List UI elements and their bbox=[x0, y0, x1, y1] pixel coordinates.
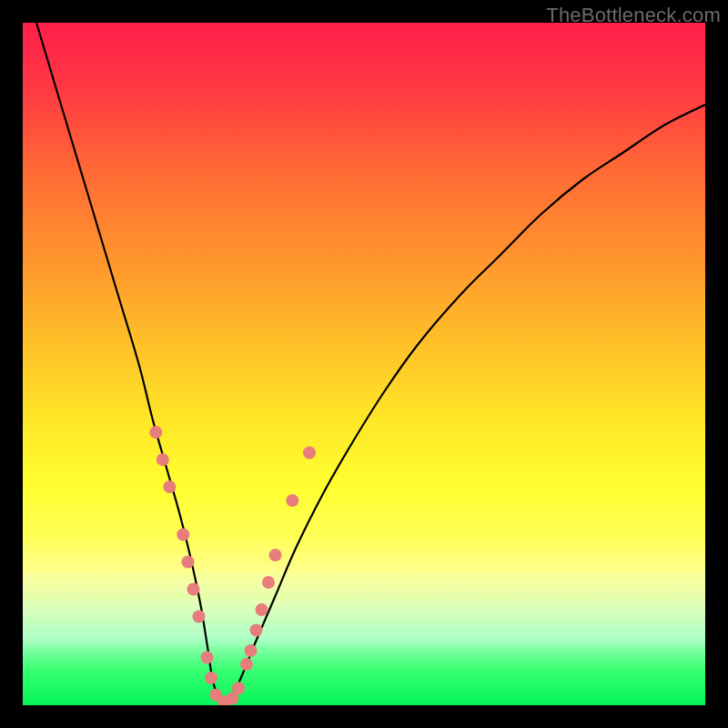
marker-dot bbox=[303, 447, 316, 460]
chart-area bbox=[23, 23, 705, 705]
bands-group bbox=[23, 572, 705, 645]
marker-dot bbox=[182, 556, 195, 569]
marker-dot bbox=[245, 644, 258, 657]
gradient-band bbox=[23, 600, 705, 622]
marker-dot bbox=[201, 652, 214, 664]
marker-dot bbox=[286, 494, 298, 507]
marker-dot bbox=[163, 480, 176, 493]
marker-dot bbox=[149, 426, 162, 439]
marker-dot bbox=[256, 603, 268, 616]
bottleneck-plot bbox=[23, 23, 705, 705]
marker-dot bbox=[157, 453, 169, 466]
marker-dot bbox=[193, 611, 206, 623]
marker-dot bbox=[269, 549, 282, 561]
marker-dot bbox=[187, 583, 200, 596]
marker-dot bbox=[205, 672, 217, 684]
marker-dot bbox=[232, 682, 245, 694]
markers-group bbox=[149, 426, 316, 705]
marker-dot bbox=[240, 658, 253, 671]
marker-dot bbox=[177, 529, 189, 541]
gradient-band bbox=[23, 623, 705, 645]
watermark-text: TheBottleneck.com bbox=[546, 4, 721, 27]
marker-dot bbox=[250, 624, 263, 637]
gradient-band bbox=[23, 572, 705, 594]
marker-dot bbox=[262, 576, 275, 589]
